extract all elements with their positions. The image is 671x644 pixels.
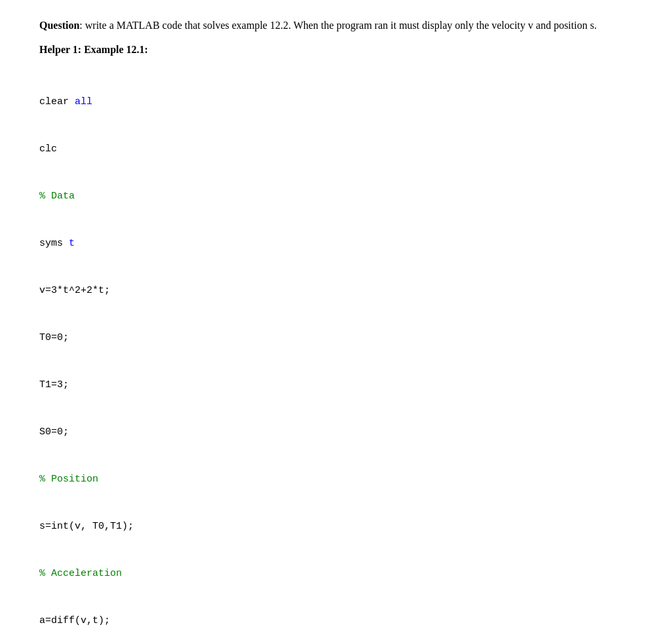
- code1-line12: a=diff(v,t);: [39, 613, 632, 629]
- code1-line7: T1=3;: [39, 377, 632, 393]
- code1-line9: % Position: [39, 472, 632, 487]
- helper1-bold: Helper 1:: [39, 44, 81, 55]
- question-block: Question: write a MATLAB code that solve…: [39, 20, 632, 31]
- question-body: : write a MATLAB code that solves exampl…: [79, 20, 596, 31]
- helper1-text: Example 12.1:: [81, 44, 148, 55]
- code1-line10: s=int(v, T0,T1);: [39, 519, 632, 535]
- helper1-label: Helper 1: Example 12.1:: [39, 42, 632, 58]
- code1-line4: syms t: [39, 236, 632, 252]
- code1-line3: % Data: [39, 189, 632, 204]
- code1-line1: clear all: [39, 94, 632, 110]
- question-label: Question: [39, 20, 79, 31]
- question-text: Question: write a MATLAB code that solve…: [39, 20, 632, 31]
- code1-line11: % Acceleration: [39, 566, 632, 582]
- code-block-1: clear all clc % Data syms t v=3*t^2+2*t;…: [39, 63, 632, 644]
- code1-line5: v=3*t^2+2*t;: [39, 283, 632, 299]
- code1-line8: S0=0;: [39, 425, 632, 440]
- code1-line6: T0=0;: [39, 330, 632, 346]
- code1-line2: clc: [39, 142, 632, 157]
